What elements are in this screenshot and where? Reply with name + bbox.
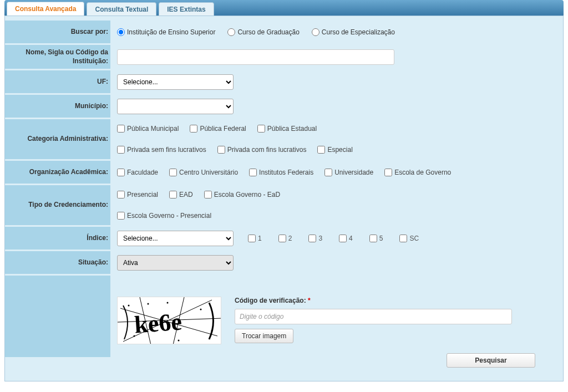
- radio-graduacao-label: Curso de Graduação: [237, 28, 299, 36]
- check-presencial[interactable]: Presencial: [117, 191, 158, 198]
- input-verificacao[interactable]: [235, 309, 512, 324]
- check-indice-5[interactable]: 5: [369, 235, 383, 242]
- trocar-imagem-button[interactable]: Trocar imagem: [235, 329, 293, 343]
- captcha-svg: ke6e: [118, 297, 221, 344]
- check-privada-sem-fins[interactable]: Privada sem fins lucrativos: [117, 146, 206, 154]
- tab-consulta-textual[interactable]: Consulta Textual: [87, 2, 156, 16]
- check-publica-federal[interactable]: Pública Federal: [190, 125, 246, 133]
- check-escola-gov-ead[interactable]: Escola Governo - EaD: [204, 191, 280, 198]
- select-situacao[interactable]: Ativa: [117, 255, 234, 271]
- check-indice-1[interactable]: 1: [248, 235, 262, 242]
- select-municipio[interactable]: [117, 99, 234, 114]
- captcha-image: ke6e: [117, 297, 221, 344]
- svg-point-7: [148, 303, 149, 304]
- svg-point-12: [178, 339, 180, 341]
- verif-label: Código de verificação: *: [235, 297, 512, 304]
- pesquisar-button[interactable]: Pesquisar: [447, 353, 535, 368]
- radio-option-especializacao[interactable]: Curso de Especialização: [312, 28, 395, 36]
- check-escola-gov-presencial[interactable]: Escola Governo - Presencial: [117, 212, 211, 220]
- svg-point-9: [200, 308, 202, 310]
- radio-option-graduacao[interactable]: Curso de Graduação: [227, 28, 299, 36]
- check-indice-4[interactable]: 4: [339, 235, 353, 242]
- check-indice-3[interactable]: 3: [308, 235, 322, 242]
- check-publica-estadual[interactable]: Pública Estadual: [257, 125, 317, 133]
- radio-especializacao-label: Curso de Especialização: [322, 28, 395, 36]
- tab-ies-extintas[interactable]: IES Extintas: [159, 2, 214, 16]
- check-publica-municipal[interactable]: Pública Municipal: [117, 125, 179, 133]
- select-uf[interactable]: Selecione...: [117, 74, 234, 90]
- label-empty: [5, 276, 110, 357]
- input-nome[interactable]: [117, 49, 394, 65]
- label-tipo-cred: Tipo de Credenciamento:: [5, 185, 110, 225]
- radio-ies-label: Instituição de Ensino Superior: [127, 28, 215, 36]
- svg-point-8: [167, 302, 169, 303]
- radio-especializacao[interactable]: [312, 28, 320, 36]
- check-indice-sc[interactable]: SC: [399, 235, 419, 242]
- check-universidade[interactable]: Universidade: [324, 169, 373, 176]
- svg-point-6: [128, 304, 130, 306]
- check-faculdade[interactable]: Faculdade: [117, 169, 158, 176]
- tab-bar: Consulta Avançada Consulta Textual IES E…: [4, 0, 564, 16]
- label-situacao: Situação:: [5, 251, 110, 274]
- label-nome: Nome, Sigla ou Código da Instituição:: [5, 45, 110, 69]
- label-uf: UF:: [5, 70, 110, 93]
- label-categoria: Categoria Administrativa:: [5, 119, 110, 159]
- radio-ies[interactable]: [117, 28, 125, 36]
- radio-option-ies[interactable]: Instituição de Ensino Superior: [117, 28, 215, 36]
- label-indice: Índice:: [5, 227, 110, 250]
- check-indice-2[interactable]: 2: [278, 235, 292, 242]
- required-asterisk: *: [308, 297, 311, 304]
- form-content: Buscar por: Instituição de Ensino Superi…: [4, 16, 564, 381]
- label-organizacao: Organização Acadêmica:: [5, 161, 110, 184]
- svg-text:ke6e: ke6e: [134, 308, 183, 338]
- check-especial[interactable]: Especial: [317, 146, 352, 154]
- radio-graduacao[interactable]: [227, 28, 235, 36]
- check-centro-univ[interactable]: Centro Universitário: [169, 169, 238, 176]
- check-escola-governo[interactable]: Escola de Governo: [384, 169, 451, 176]
- select-indice[interactable]: Selecione...: [117, 231, 234, 246]
- label-buscar-por: Buscar por:: [5, 21, 110, 43]
- check-privada-com-fins[interactable]: Privada com fins lucrativos: [217, 146, 307, 154]
- check-institutos-federais[interactable]: Institutos Federais: [249, 169, 313, 176]
- check-ead[interactable]: EAD: [169, 191, 193, 198]
- tab-consulta-avancada[interactable]: Consulta Avançada: [7, 2, 84, 16]
- label-municipio: Município:: [5, 95, 110, 118]
